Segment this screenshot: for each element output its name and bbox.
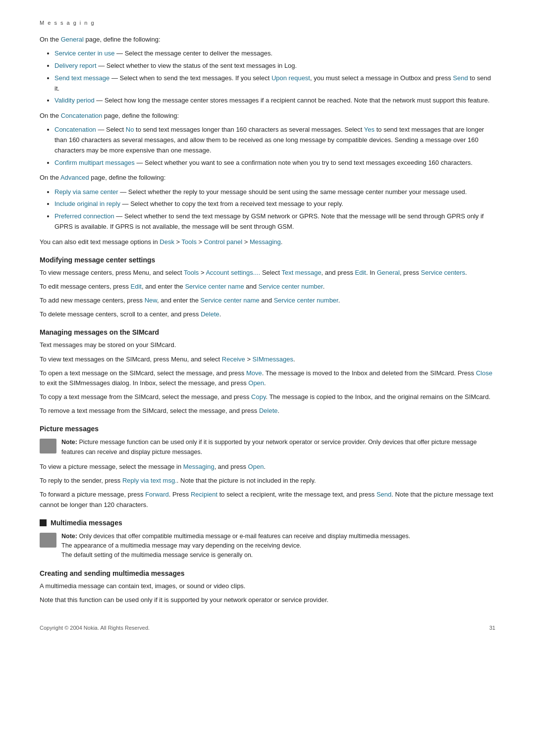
multimedia-note-text: Note: Only devices that offer compatible… — [61, 532, 410, 560]
confirm-multipart-link[interactable]: Confirm multipart messages — [54, 159, 135, 166]
forward-link[interactable]: Forward — [145, 491, 169, 498]
service-center-link[interactable]: Service center in use — [54, 50, 114, 57]
page-header: M e s s a g i n g — [40, 20, 495, 26]
list-item: Delivery report — Select whether to view… — [54, 61, 495, 71]
concatenation-intro-text: On the Concatenation page, define the fo… — [40, 111, 495, 121]
general-intro-text: On the General page, define the followin… — [40, 35, 495, 45]
send-link[interactable]: Send — [453, 74, 468, 82]
concatenation-page-link[interactable]: Concatenation — [61, 112, 103, 119]
list-item: Validity period — Select how long the me… — [54, 96, 495, 106]
managing-para-3: To open a text message on the SIMcard, s… — [40, 368, 495, 388]
sim-messages-link[interactable]: SIMmessages — [253, 355, 293, 363]
page-wrapper: M e s s a g i n g On the General page, d… — [40, 20, 495, 631]
recipient-link[interactable]: Recipient — [191, 491, 217, 498]
delete-link2[interactable]: Delete — [259, 407, 278, 414]
page-number: 31 — [489, 625, 495, 631]
reply-via-same-center-link[interactable]: Reply via same center — [54, 188, 118, 196]
service-center-number-link2[interactable]: Service center number — [274, 297, 338, 304]
no-link[interactable]: No — [126, 126, 134, 133]
service-center-name-link[interactable]: Service center name — [185, 283, 244, 290]
include-original-link[interactable]: Include original in reply — [54, 200, 120, 207]
delivery-report-link[interactable]: Delivery report — [54, 62, 97, 69]
creating-para-1: A multimedia message can contain text, i… — [40, 581, 495, 591]
managing-heading: Managing messages on the SIMcard — [40, 328, 495, 336]
new-link[interactable]: New — [145, 297, 157, 304]
general-list: Service center in use — Select the messa… — [54, 49, 495, 106]
advanced-page-link[interactable]: Advanced — [60, 174, 89, 181]
service-center-name-link2[interactable]: Service center name — [200, 297, 259, 304]
concatenation-link[interactable]: Concatenation — [54, 126, 96, 133]
yes-link[interactable]: Yes — [364, 126, 374, 133]
managing-para-2: To view text messages on the SIMcard, pr… — [40, 354, 495, 364]
move-link[interactable]: Move — [246, 369, 262, 377]
service-centers-link[interactable]: Service centers — [421, 269, 466, 276]
messaging-link[interactable]: Messaging — [250, 238, 281, 246]
upon-request-link[interactable]: Upon request — [271, 74, 310, 82]
desk-link[interactable]: Desk — [160, 238, 174, 246]
send-text-message-link[interactable]: Send text message — [54, 74, 109, 82]
creating-para-2: Note that this function can be used only… — [40, 595, 495, 605]
picture-note-text: Note: Picture message function can be us… — [61, 438, 495, 457]
bullet-square-icon — [40, 519, 47, 526]
list-item: Send text message — Select when to send … — [54, 73, 495, 94]
edit-link[interactable]: Edit — [355, 269, 366, 276]
picture-note-box: Note: Picture message function can be us… — [40, 438, 495, 457]
multimedia-heading: Multimedia messages — [40, 519, 495, 527]
general-link[interactable]: General — [61, 36, 84, 43]
creating-heading: Creating and sending multimedia messages — [40, 569, 495, 577]
text-message-link[interactable]: Text message — [281, 269, 321, 276]
general-link2[interactable]: General — [377, 269, 400, 276]
note-icon — [40, 439, 56, 454]
reply-via-text-msg-link[interactable]: Reply via text msg. — [122, 477, 177, 484]
copyright-text: Copyright © 2004 Nokia. All Rights Reser… — [40, 625, 150, 631]
page-footer: Copyright © 2004 Nokia. All Rights Reser… — [40, 625, 495, 631]
picture-para-1: To view a picture message, select the me… — [40, 462, 495, 472]
list-item: Service center in use — Select the messa… — [54, 49, 495, 59]
list-item: Include original in reply — Select wheth… — [54, 199, 495, 209]
validity-period-link[interactable]: Validity period — [54, 97, 95, 104]
send-link2[interactable]: Send — [376, 491, 391, 498]
picture-para-3: To forward a picture message, press Forw… — [40, 490, 495, 509]
advanced-list: Reply via same center — Select whether t… — [54, 187, 495, 232]
concatenation-list: Concatenation — Select No to send text m… — [54, 125, 495, 168]
receive-link[interactable]: Receive — [222, 355, 245, 363]
modifying-para-2: To edit message centers, press Edit, and… — [40, 282, 495, 292]
managing-para-4: To copy a text message from the SIMcard,… — [40, 392, 495, 402]
modifying-para-4: To delete message centers, scroll to a c… — [40, 309, 495, 319]
list-item: Concatenation — Select No to send text m… — [54, 125, 495, 155]
tools-link[interactable]: Tools — [182, 238, 197, 246]
advanced-intro-text: On the Advanced page, define the followi… — [40, 173, 495, 183]
picture-heading: Picture messages — [40, 425, 495, 433]
open-link[interactable]: Open — [248, 379, 264, 387]
note-icon2 — [40, 533, 56, 548]
close-link[interactable]: Close — [476, 369, 492, 377]
service-center-number-link[interactable]: Service center number — [259, 283, 323, 290]
multimedia-heading-text: Multimedia messages — [51, 519, 122, 527]
picture-para-2: To reply to the sender, press Reply via … — [40, 476, 495, 486]
open-link2[interactable]: Open — [248, 463, 264, 470]
list-item: Reply via same center — Select whether t… — [54, 187, 495, 198]
preferred-connection-link[interactable]: Preferred connection — [54, 212, 114, 220]
control-panel-link[interactable]: Control panel — [204, 238, 242, 246]
edit-link2[interactable]: Edit — [131, 283, 142, 290]
modifying-heading: Modifying message center settings — [40, 256, 495, 264]
multimedia-note-box: Note: Only devices that offer compatible… — [40, 532, 495, 560]
account-settings-link[interactable]: Account settings.... — [206, 269, 260, 276]
list-item: Preferred connection — Select whether to… — [54, 211, 495, 232]
tools-link2[interactable]: Tools — [184, 269, 199, 276]
copy-link[interactable]: Copy — [251, 393, 266, 401]
managing-para-1: Text messages may be stored on your SIMc… — [40, 340, 495, 350]
modifying-para-1: To view message centers, press Menu, and… — [40, 268, 495, 278]
messaging-link2[interactable]: Messaging — [183, 463, 214, 470]
delete-link[interactable]: Delete — [201, 310, 219, 318]
managing-para-5: To remove a text message from the SIMcar… — [40, 406, 495, 416]
list-item: Confirm multipart messages — Select whet… — [54, 158, 495, 168]
also-edit-text: You can also edit text message options i… — [40, 237, 495, 247]
modifying-para-3: To add new message centers, press New, a… — [40, 296, 495, 305]
